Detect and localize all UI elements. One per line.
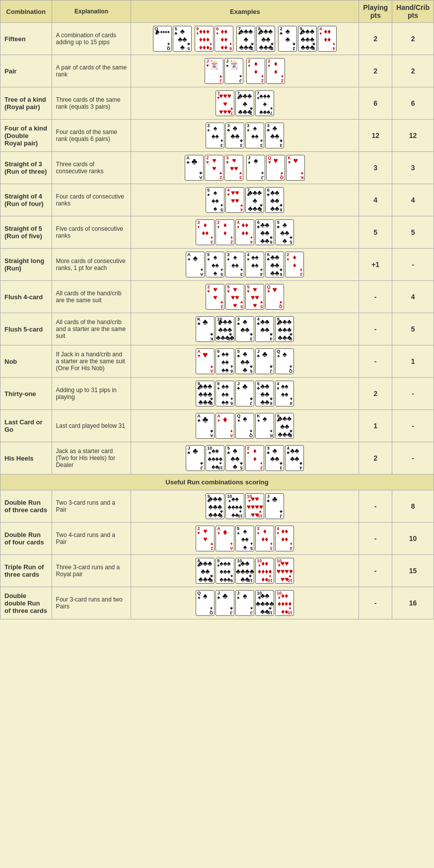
card-5s2: 5♠ ♠♠♠♠ 5♠: [206, 252, 224, 277]
card-8c: 8♣ ♣♣♣♣♣♣♣♣ 8♣: [256, 26, 275, 52]
card-2h3: 2♥ ♥♥ 2♥: [206, 284, 224, 310]
card-4d: 4♦ ♦♦♦♦ 4♦: [318, 26, 337, 52]
card-10c: 10♣ ♣♣♣♣♣♣♣♣♣♣ 10♣: [216, 316, 234, 342]
header-explanation: Explanation: [52, 0, 131, 23]
row-flush5: Flush 5-card All cards of the hand/crib …: [0, 313, 434, 345]
card-2h: 2♦ ♦♦ 2♦: [246, 58, 265, 84]
card-2d: 2♦ ♦♦ 2♦: [266, 58, 285, 84]
card-3h: 3♥ ♥♥♥ 3♥: [224, 155, 243, 181]
row-heels: His Heels Jack as a starter card (Two fo…: [0, 442, 434, 474]
card-2h2: 2♥ ♥♥ 2♥: [205, 155, 223, 181]
card-5s: 5♠ ♠♠♠♠ 5♠: [206, 187, 224, 213]
header-playing-pts: Playing pts: [359, 0, 392, 23]
card-4c: 4♣ ♣♣♣♣ 4♣: [255, 316, 274, 342]
combo-nob: Nob: [0, 345, 52, 378]
playing-run4: 4: [359, 184, 392, 216]
playing-drun4: -: [359, 523, 392, 555]
examples-31: 9♣ ♣♣♣♣♣♣♣♣♣ 9♣ 6♠ ♠♠♠♠♠♠ 6♠ J♣ ♣ J♣: [131, 378, 359, 410]
explain-run3: Three cards of consecutive ranks: [52, 152, 131, 184]
card-9c4: 9♣ ♣♣♣♣♣♣♣♣♣ 9♣: [206, 493, 224, 519]
card-9c: 9♣ ♣♣♣♣♣♣♣♣♣ 9♣: [298, 26, 317, 52]
card-5s3: 5♠ ♠♠♠♠ 5♠: [235, 526, 254, 551]
card-2h4: 2♥ ♥♥ 2♥: [196, 526, 215, 551]
examples-lastcard: A♣ ♣ A♣ A♦ ♦ A♦ Q♠ ♠ Q♠: [131, 410, 359, 442]
hand-heels: -: [392, 442, 434, 474]
card-6c2: 6♣ ♣♣♣♣♣♣ 6♣: [255, 219, 274, 245]
hand-run5: 5: [392, 216, 434, 249]
card-2d4: 2♦ ♦♦ 2♦: [245, 445, 264, 471]
explain-ddrun3: Four 3-card runs and two Pairs: [52, 587, 131, 619]
example-set-1: Q♠ ♠♠♠♠♠ Q♠ 5♣ ♣♣♣♣ 5♣: [153, 26, 192, 52]
card-Ac: A♣ ♣ A♣: [185, 155, 204, 181]
row-ddrun3: Double double Run of three cards Four 3-…: [0, 587, 434, 619]
card-2c: 2♣ ♣♣ 2♣: [278, 26, 297, 52]
section-header-text: Useful Run combinations scoring: [0, 474, 434, 490]
hand-fifteen: 2: [392, 23, 434, 55]
card-3s5: 3♠ ♠♠♠ 3♠: [225, 252, 244, 277]
card-5c2: 5♣ ♣♣♣♣ 5♣: [275, 219, 294, 245]
examples-heels: J♣ ♣ J♣ 10♠ ♠♠♠♠♠♠♠♠ 10♠ 5♣ ♣♣♣♣ 5♣: [131, 442, 359, 474]
row-drun3: Double Run of three cards Two 3-card run…: [0, 490, 434, 523]
examples-run5: 3♦ ♦♦♦ 3♦ 2♦ ♦♦ 2♦ 4♦ ♦♦♦♦ 4♦: [131, 216, 359, 249]
example-set-4: 2♣ ♣♣ 2♣ 9♣ ♣♣♣♣♣♣♣♣♣ 9♣ 4♦ ♦♦♦♦ 4♦: [278, 26, 337, 52]
hand-run3: 3: [392, 152, 434, 184]
combo-toak: Tree of a kind (Royal pair): [0, 87, 52, 120]
explain-31: Adding up to 31 pips in playing: [52, 378, 131, 410]
card-9c2: 9♣ ♣♣♣♣♣♣♣♣♣ 9♣: [275, 316, 294, 342]
card-Jc2: J♣ ♣ J♣: [255, 348, 274, 374]
drun3-example-1: 9♣ ♣♣♣♣♣♣♣♣♣ 9♣ 10♠ ♠♠♠♠♠♠♠♠ 10♠ 10♥ ♥♥♥…: [206, 493, 284, 519]
hand-pair: 2: [392, 55, 434, 87]
playing-drun3: -: [359, 490, 392, 523]
explain-heels: Jack as a starter card (Two for His Heel…: [52, 442, 131, 474]
hand-runlong: -: [392, 249, 434, 281]
section-header-row: Useful Run combinations scoring: [0, 474, 434, 490]
card-2d3: 2♦ ♦♦ 2♦: [285, 252, 304, 277]
examples-ddrun3: Q♠ ♠ Q♠ J♣ ♣ J♣ J♠ ♠ J♠: [131, 587, 359, 619]
combo-run3: Straight of 3 (Run of three): [0, 152, 52, 184]
card-8c: 8♣ ♣♣♣♣♣♣♣♣ 8♣: [275, 413, 294, 439]
examples-pair: J♥ 🃏 J♥ J♠ 🃏 J♠ 2♦ ♦♦: [131, 55, 359, 87]
card-10c4: 10♣ ♣♣♣♣♣♣♣♣ 10♣: [255, 590, 274, 616]
card-Ad2: A♦ ♦ A♦: [216, 526, 234, 551]
card-3c: 3♣ ♣♣♣ 3♣: [235, 316, 254, 342]
row-lastcard: Last Card or Go Last card played below 3…: [0, 410, 434, 442]
card-7c3: 7♠ ♠♠♠♠♠♠♠ 7♠: [255, 90, 274, 116]
playing-nob: -: [359, 345, 392, 378]
flush5-example-1: K♣ ♣ K♣ 10♣ ♣♣♣♣♣♣♣♣♣♣ 10♣ 3♣ ♣♣♣ 3♣: [196, 316, 294, 342]
card-Jc7: J♠ ♠ J♠: [235, 590, 254, 616]
playing-toak: 6: [359, 87, 392, 120]
examples-toak: 7♥ ♥♥♥♥♥♥♥ 7♥ 7♣ ♣♣♣♣♣♣♣ 7♣ 7♠ ♠♠♠♠♠♠♠: [131, 87, 359, 120]
combo-run5: Straight of 5 (Run of five): [0, 216, 52, 249]
card-Js: J♠ 🃏 J♠: [224, 58, 243, 84]
combo-heels: His Heels: [0, 442, 52, 474]
hand-flush5: 5: [392, 313, 434, 345]
card-10h2: 10♥ ♥♥♥♥♥♥♥♥ 10♥: [275, 558, 294, 584]
examples-fifteen: Q♠ ♠♠♠♠♠ Q♠ 5♣ ♣♣♣♣ 5♣ 9♦: [131, 23, 359, 55]
hand-drun3: 8: [392, 490, 434, 523]
card-10h: 10♥ ♥♥♥♥♥♥♥♥ 10♥: [245, 493, 264, 519]
row-drun4: Double Run of four cards Two 4-card runs…: [0, 523, 434, 555]
card-6c3: 6♣ ♣♣♣♣♣♣ 6♣: [255, 381, 274, 406]
card-4d2: 4♦ ♦♦♦♦ 4♦: [275, 526, 294, 551]
hand-foak: 12: [392, 120, 434, 152]
playing-foak: 12: [359, 120, 392, 152]
flush4-example-1: 2♥ ♥♥ 2♥ 5♥ ♥♥♥♥ 5♥ 5♥ ♥♥♥♥ 5♥: [206, 284, 284, 310]
example-set-3: 7♣ ♣♣♣♣♣♣♣ 7♣ 8♣ ♣♣♣♣♣♣♣♣ 8♣: [236, 26, 275, 52]
31-example-1: 9♣ ♣♣♣♣♣♣♣♣♣ 9♣ 6♠ ♠♠♠♠♠♠ 6♠ J♣ ♣ J♣: [196, 381, 294, 406]
examples-flush5: K♣ ♣ K♣ 10♣ ♣♣♣♣♣♣♣♣♣♣ 10♣ 3♣ ♣♣♣ 3♣: [131, 313, 359, 345]
card-Jc5: J♣ ♣ J♣: [265, 493, 284, 519]
card-3s3: 3♠ ♠♠♠ 3♠: [245, 123, 264, 148]
header-examples: Examples: [131, 0, 359, 23]
playing-ddrun3: -: [359, 587, 392, 619]
playing-run5: 5: [359, 216, 392, 249]
playing-run3: 3: [359, 152, 392, 184]
combo-flush4: Flush 4-card: [0, 281, 52, 313]
card-6s: 6♣ ♣♣♣♣♣♣ 6♣: [265, 252, 284, 277]
card-10d2: 10♦ ♦♦♦♦♦♦♦♦ 10♦: [275, 590, 294, 616]
card-Kh: K♥ ♥ K♥: [286, 155, 305, 181]
explain-toak: Three cards of the same rank (equals 3 p…: [52, 87, 131, 120]
runlong-example-1: A♠ ♠ A♠ 5♠ ♠♠♠♠ 5♠ 3♠ ♠♠♠ 3♠: [186, 252, 304, 277]
card-5c4: 5♣ ♣♣♣♣ 5♣: [225, 445, 244, 471]
toak-example-1: 7♥ ♥♥♥♥♥♥♥ 7♥ 7♣ ♣♣♣♣♣♣♣ 7♣ 7♠ ♠♠♠♠♠♠♠: [216, 90, 274, 116]
explain-run5: Five cards of consecutive ranks: [52, 216, 131, 249]
